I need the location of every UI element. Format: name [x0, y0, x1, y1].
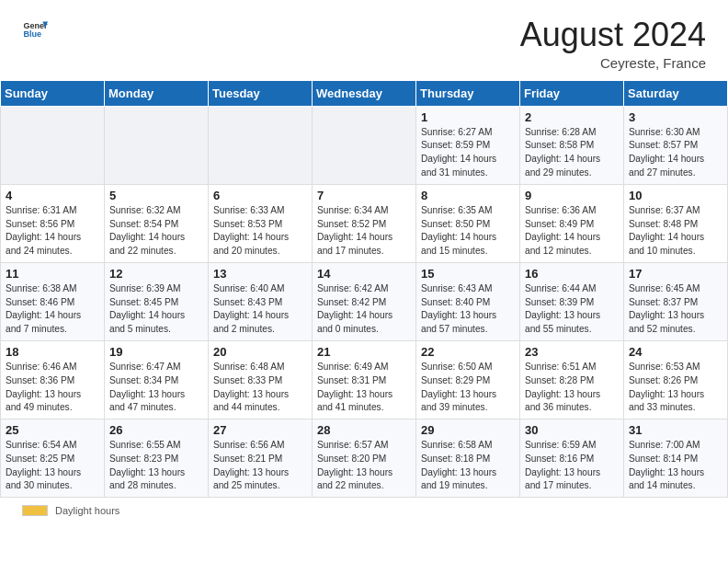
calendar-cell: 21Sunrise: 6:49 AM Sunset: 8:31 PM Dayli…: [313, 340, 416, 419]
day-info: Sunrise: 6:59 AM Sunset: 8:16 PM Dayligh…: [525, 439, 619, 493]
calendar-cell: 30Sunrise: 6:59 AM Sunset: 8:16 PM Dayli…: [520, 419, 624, 498]
daylight-label: Daylight hours: [55, 505, 119, 516]
calendar-cell: 25Sunrise: 6:54 AM Sunset: 8:25 PM Dayli…: [1, 419, 105, 498]
weekday-header-friday: Friday: [520, 80, 624, 106]
day-number: 25: [6, 423, 99, 437]
logo-icon: General Blue: [22, 17, 48, 42]
day-info: Sunrise: 6:44 AM Sunset: 8:39 PM Dayligh…: [525, 282, 619, 337]
calendar-cell: 24Sunrise: 6:53 AM Sunset: 8:26 PM Dayli…: [624, 340, 728, 419]
week-row-2: 4Sunrise: 6:31 AM Sunset: 8:56 PM Daylig…: [1, 184, 728, 262]
calendar-cell: 8Sunrise: 6:35 AM Sunset: 8:50 PM Daylig…: [416, 184, 520, 262]
week-row-1: 1Sunrise: 6:27 AM Sunset: 8:59 PM Daylig…: [1, 106, 728, 184]
day-info: Sunrise: 6:54 AM Sunset: 8:25 PM Dayligh…: [6, 439, 99, 493]
day-info: Sunrise: 6:49 AM Sunset: 8:31 PM Dayligh…: [317, 361, 411, 415]
weekday-header-tuesday: Tuesday: [209, 80, 313, 106]
day-info: Sunrise: 6:39 AM Sunset: 8:45 PM Dayligh…: [109, 282, 203, 337]
calendar-cell: 4Sunrise: 6:31 AM Sunset: 8:56 PM Daylig…: [1, 184, 105, 262]
day-info: Sunrise: 6:45 AM Sunset: 8:37 PM Dayligh…: [629, 282, 722, 337]
day-number: 10: [629, 189, 722, 202]
day-number: 23: [525, 345, 619, 359]
day-number: 11: [6, 267, 99, 281]
day-info: Sunrise: 6:35 AM Sunset: 8:50 PM Dayligh…: [421, 204, 515, 259]
calendar-cell: 7Sunrise: 6:34 AM Sunset: 8:52 PM Daylig…: [313, 184, 416, 262]
day-number: 2: [525, 110, 619, 124]
day-number: 16: [525, 267, 619, 281]
day-number: 30: [525, 423, 619, 437]
day-number: 29: [421, 423, 515, 437]
day-info: Sunrise: 6:34 AM Sunset: 8:52 PM Dayligh…: [317, 204, 411, 259]
day-info: Sunrise: 6:37 AM Sunset: 8:48 PM Dayligh…: [629, 204, 722, 259]
day-number: 9: [525, 189, 619, 202]
day-number: 18: [6, 345, 99, 359]
daylight-swatch: [22, 505, 48, 516]
calendar-cell: 10Sunrise: 6:37 AM Sunset: 8:48 PM Dayli…: [624, 184, 728, 262]
title-block: August 2024 Ceyreste, France: [520, 17, 706, 71]
calendar-cell: 19Sunrise: 6:47 AM Sunset: 8:34 PM Dayli…: [105, 340, 209, 419]
day-info: Sunrise: 7:00 AM Sunset: 8:14 PM Dayligh…: [629, 439, 722, 493]
calendar-cell: 29Sunrise: 6:58 AM Sunset: 8:18 PM Dayli…: [416, 419, 520, 498]
calendar-cell: 11Sunrise: 6:38 AM Sunset: 8:46 PM Dayli…: [1, 262, 105, 340]
calendar-cell: [313, 106, 416, 184]
day-number: 13: [213, 267, 307, 281]
calendar-cell: 20Sunrise: 6:48 AM Sunset: 8:33 PM Dayli…: [209, 340, 313, 419]
day-number: 6: [213, 189, 307, 202]
day-info: Sunrise: 6:33 AM Sunset: 8:53 PM Dayligh…: [213, 204, 307, 259]
day-info: Sunrise: 6:27 AM Sunset: 8:59 PM Dayligh…: [421, 126, 515, 180]
day-number: 27: [213, 423, 307, 437]
day-info: Sunrise: 6:47 AM Sunset: 8:34 PM Dayligh…: [109, 361, 203, 415]
day-number: 31: [629, 423, 722, 437]
day-number: 12: [109, 267, 203, 281]
day-info: Sunrise: 6:56 AM Sunset: 8:21 PM Dayligh…: [213, 439, 307, 493]
day-number: 1: [421, 110, 515, 124]
calendar-cell: 23Sunrise: 6:51 AM Sunset: 8:28 PM Dayli…: [520, 340, 624, 419]
day-info: Sunrise: 6:38 AM Sunset: 8:46 PM Dayligh…: [6, 282, 99, 337]
week-row-3: 11Sunrise: 6:38 AM Sunset: 8:46 PM Dayli…: [1, 262, 728, 340]
day-info: Sunrise: 6:28 AM Sunset: 8:58 PM Dayligh…: [525, 126, 619, 180]
weekday-header-thursday: Thursday: [416, 80, 520, 106]
day-info: Sunrise: 6:46 AM Sunset: 8:36 PM Dayligh…: [6, 361, 99, 415]
weekday-header-saturday: Saturday: [624, 80, 728, 106]
month-year: August 2024: [520, 17, 706, 53]
calendar-cell: 3Sunrise: 6:30 AM Sunset: 8:57 PM Daylig…: [624, 106, 728, 184]
day-number: 7: [317, 189, 411, 202]
calendar-cell: [1, 106, 105, 184]
day-number: 4: [6, 189, 99, 202]
calendar-cell: 27Sunrise: 6:56 AM Sunset: 8:21 PM Dayli…: [209, 419, 313, 498]
logo: General Blue: [22, 17, 48, 42]
weekday-header-monday: Monday: [105, 80, 209, 106]
calendar-cell: 9Sunrise: 6:36 AM Sunset: 8:49 PM Daylig…: [520, 184, 624, 262]
day-info: Sunrise: 6:36 AM Sunset: 8:49 PM Dayligh…: [525, 204, 619, 259]
day-number: 21: [317, 345, 411, 359]
day-info: Sunrise: 6:30 AM Sunset: 8:57 PM Dayligh…: [629, 126, 722, 180]
day-number: 14: [317, 267, 411, 281]
day-number: 20: [213, 345, 307, 359]
calendar-cell: [105, 106, 209, 184]
day-info: Sunrise: 6:40 AM Sunset: 8:43 PM Dayligh…: [213, 282, 307, 337]
day-number: 8: [421, 189, 515, 202]
calendar-cell: [209, 106, 313, 184]
calendar-cell: 28Sunrise: 6:57 AM Sunset: 8:20 PM Dayli…: [313, 419, 416, 498]
day-info: Sunrise: 6:50 AM Sunset: 8:29 PM Dayligh…: [421, 361, 515, 415]
calendar-cell: 31Sunrise: 7:00 AM Sunset: 8:14 PM Dayli…: [624, 419, 728, 498]
week-row-5: 25Sunrise: 6:54 AM Sunset: 8:25 PM Dayli…: [1, 419, 728, 498]
day-info: Sunrise: 6:55 AM Sunset: 8:23 PM Dayligh…: [109, 439, 203, 493]
svg-text:Blue: Blue: [23, 29, 41, 39]
calendar-cell: 17Sunrise: 6:45 AM Sunset: 8:37 PM Dayli…: [624, 262, 728, 340]
day-number: 5: [109, 189, 203, 202]
week-row-4: 18Sunrise: 6:46 AM Sunset: 8:36 PM Dayli…: [1, 340, 728, 419]
day-info: Sunrise: 6:53 AM Sunset: 8:26 PM Dayligh…: [629, 361, 722, 415]
header: General Blue August 2024 Ceyreste, Franc…: [0, 0, 728, 80]
day-info: Sunrise: 6:48 AM Sunset: 8:33 PM Dayligh…: [213, 361, 307, 415]
day-number: 22: [421, 345, 515, 359]
day-number: 17: [629, 267, 722, 281]
calendar: SundayMondayTuesdayWednesdayThursdayFrid…: [0, 80, 728, 499]
day-info: Sunrise: 6:51 AM Sunset: 8:28 PM Dayligh…: [525, 361, 619, 415]
day-info: Sunrise: 6:43 AM Sunset: 8:40 PM Dayligh…: [421, 282, 515, 337]
calendar-cell: 15Sunrise: 6:43 AM Sunset: 8:40 PM Dayli…: [416, 262, 520, 340]
day-info: Sunrise: 6:32 AM Sunset: 8:54 PM Dayligh…: [109, 204, 203, 259]
calendar-cell: 1Sunrise: 6:27 AM Sunset: 8:59 PM Daylig…: [416, 106, 520, 184]
calendar-cell: 22Sunrise: 6:50 AM Sunset: 8:29 PM Dayli…: [416, 340, 520, 419]
weekday-header-row: SundayMondayTuesdayWednesdayThursdayFrid…: [1, 80, 728, 106]
calendar-cell: 26Sunrise: 6:55 AM Sunset: 8:23 PM Dayli…: [105, 419, 209, 498]
day-number: 24: [629, 345, 722, 359]
